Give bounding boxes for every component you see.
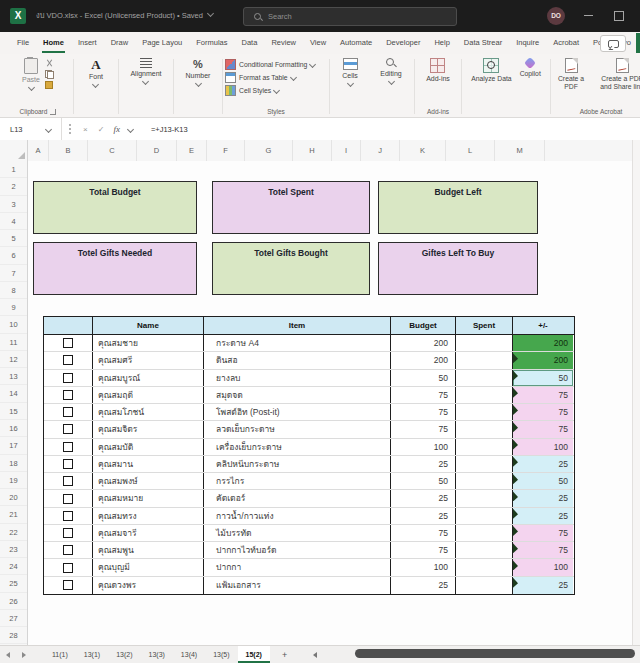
name-cell[interactable]: คุณสมจารี bbox=[93, 525, 204, 541]
row-header[interactable]: 1 bbox=[0, 161, 27, 178]
item-cell[interactable]: กาวน้ำ/กาวแท่ง bbox=[204, 508, 391, 524]
row-header[interactable]: 27 bbox=[0, 610, 27, 627]
addins-button[interactable]: Add-ins bbox=[426, 58, 450, 82]
budget-cell[interactable]: 75 bbox=[391, 387, 456, 403]
column-header[interactable]: C bbox=[88, 140, 137, 161]
name-cell[interactable]: คุณสมจิตร bbox=[93, 421, 204, 437]
row-checkbox[interactable] bbox=[63, 563, 73, 573]
item-cell[interactable]: คัตเตอร์ bbox=[204, 490, 391, 506]
formula-input[interactable]: =+J13-K13 bbox=[151, 125, 188, 134]
budget-cell[interactable]: 25 bbox=[391, 456, 456, 472]
column-header[interactable]: E bbox=[177, 140, 207, 161]
row-header[interactable]: 25 bbox=[0, 575, 27, 592]
name-cell[interactable]: คุณสมาน bbox=[93, 456, 204, 472]
row-checkbox[interactable] bbox=[63, 442, 73, 452]
item-cell[interactable]: เครื่องเย็บกระดาษ bbox=[204, 439, 391, 455]
delta-cell[interactable]: 50 bbox=[513, 370, 573, 386]
number-group[interactable]: % Number bbox=[175, 56, 221, 117]
ribbon-tab[interactable]: Data bbox=[235, 32, 265, 54]
row-header[interactable]: 26 bbox=[0, 593, 27, 610]
row-header[interactable]: 20 bbox=[0, 489, 27, 506]
column-header[interactable]: F bbox=[207, 140, 245, 161]
ribbon-tab[interactable]: View bbox=[303, 32, 333, 54]
summary-box[interactable]: Totel Gifts Needed bbox=[33, 242, 197, 295]
enter-icon[interactable]: ✓ bbox=[93, 125, 110, 134]
row-checkbox[interactable] bbox=[63, 580, 73, 590]
dialog-launcher-icon[interactable] bbox=[50, 109, 56, 115]
drag-handle-icon[interactable] bbox=[69, 128, 71, 130]
name-cell[interactable]: คุณสมหมาย bbox=[93, 490, 204, 506]
select-all-corner[interactable] bbox=[0, 140, 28, 161]
spent-cell[interactable] bbox=[456, 421, 513, 437]
search-input[interactable]: Search bbox=[243, 7, 457, 26]
spent-cell[interactable] bbox=[456, 439, 513, 455]
budget-cell[interactable]: 25 bbox=[391, 577, 456, 594]
cut-icon[interactable] bbox=[45, 59, 54, 67]
spent-cell[interactable] bbox=[456, 490, 513, 506]
budget-cell[interactable]: 50 bbox=[391, 473, 456, 489]
delta-cell[interactable]: 75 bbox=[513, 525, 573, 541]
spent-cell[interactable] bbox=[456, 559, 513, 575]
vertical-scrollbar[interactable] bbox=[632, 140, 640, 645]
item-cell[interactable]: ปากกา bbox=[204, 559, 391, 575]
delta-cell[interactable]: 200 bbox=[513, 335, 573, 351]
spent-cell[interactable] bbox=[456, 577, 513, 594]
horizontal-scrollbar-thumb[interactable] bbox=[355, 649, 635, 658]
editing-group[interactable]: Editing bbox=[369, 56, 413, 117]
budget-cell[interactable]: 75 bbox=[391, 421, 456, 437]
column-header[interactable]: B bbox=[49, 140, 88, 161]
delta-cell[interactable]: 100 bbox=[513, 559, 573, 575]
row-checkbox[interactable] bbox=[63, 390, 73, 400]
budget-cell[interactable]: 75 bbox=[391, 542, 456, 558]
styles-menu-item[interactable]: Conditional Formatting bbox=[225, 58, 327, 71]
ribbon-tab[interactable]: Inquire bbox=[509, 32, 546, 54]
item-cell[interactable]: ยางลบ bbox=[204, 370, 391, 386]
column-header[interactable]: A bbox=[28, 140, 49, 161]
budget-cell[interactable]: 100 bbox=[391, 559, 456, 575]
create-pdf-button[interactable]: Create a PDF bbox=[554, 58, 588, 92]
ribbon-tab[interactable]: Page Layou bbox=[135, 32, 189, 54]
name-cell[interactable]: คุณสมฤดี bbox=[93, 387, 204, 403]
summary-box[interactable]: Total Budget bbox=[33, 181, 197, 234]
column-header[interactable]: M bbox=[495, 140, 545, 161]
budget-cell[interactable]: 200 bbox=[391, 352, 456, 368]
column-header[interactable]: K bbox=[400, 140, 446, 161]
column-header[interactable]: H bbox=[293, 140, 332, 161]
row-header[interactable]: 15 bbox=[0, 403, 27, 420]
row-header[interactable]: 18 bbox=[0, 455, 27, 472]
minimize-button[interactable] bbox=[584, 15, 593, 16]
styles-menu-item[interactable]: Cell Styles bbox=[225, 84, 327, 97]
row-checkbox[interactable] bbox=[63, 338, 73, 348]
row-header[interactable]: 8 bbox=[0, 282, 27, 299]
ribbon-tab[interactable]: Insert bbox=[71, 32, 104, 54]
delta-cell[interactable]: 100 bbox=[513, 439, 573, 455]
item-cell[interactable]: กระดาษ A4 bbox=[204, 335, 391, 351]
item-cell[interactable]: คลิปหนีบกระดาษ bbox=[204, 456, 391, 472]
delta-cell[interactable]: 25 bbox=[513, 577, 573, 594]
row-header[interactable]: 21 bbox=[0, 506, 27, 523]
name-cell[interactable]: คุณบุญมี bbox=[93, 559, 204, 575]
name-cell[interactable]: คุณสมโภชน์ bbox=[93, 404, 204, 420]
row-checkbox[interactable] bbox=[63, 545, 73, 555]
row-header[interactable]: 6 bbox=[0, 247, 27, 264]
row-header[interactable]: 22 bbox=[0, 524, 27, 541]
alignment-group[interactable]: Alignment bbox=[120, 56, 172, 117]
name-box[interactable]: L13 bbox=[0, 118, 62, 140]
row-header[interactable]: 3 bbox=[0, 196, 27, 213]
maximize-button[interactable] bbox=[614, 11, 624, 21]
row-header[interactable]: 4 bbox=[0, 213, 27, 230]
name-cell[interactable]: คุณสมทรง bbox=[93, 508, 204, 524]
item-cell[interactable]: สมุดจด bbox=[204, 387, 391, 403]
spent-cell[interactable] bbox=[456, 525, 513, 541]
budget-cell[interactable]: 75 bbox=[391, 404, 456, 420]
row-header[interactable]: 24 bbox=[0, 558, 27, 575]
row-checkbox[interactable] bbox=[63, 528, 73, 538]
delta-cell[interactable]: 50 bbox=[513, 473, 573, 489]
sheet-tab[interactable]: 13(4) bbox=[173, 646, 205, 663]
row-header[interactable]: 28 bbox=[0, 627, 27, 644]
row-checkbox[interactable] bbox=[63, 476, 73, 486]
row-header[interactable]: 12 bbox=[0, 351, 27, 368]
item-cell[interactable]: ไม้บรรทัด bbox=[204, 525, 391, 541]
sheet-tab[interactable]: 13(5) bbox=[205, 646, 237, 663]
row-checkbox[interactable] bbox=[63, 511, 73, 521]
